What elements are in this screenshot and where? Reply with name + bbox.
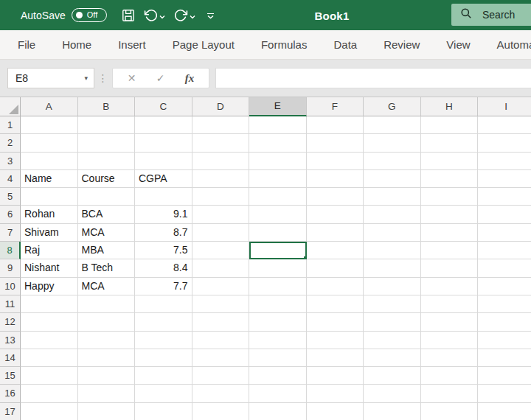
cell-E10[interactable] xyxy=(249,278,307,295)
cell-B7[interactable]: MCA xyxy=(78,224,136,242)
cell-G2[interactable] xyxy=(364,134,421,152)
cell-A11[interactable] xyxy=(21,295,78,313)
cell-C3[interactable] xyxy=(135,153,192,170)
cell-H17[interactable] xyxy=(421,403,479,420)
row-header-15[interactable]: 15 xyxy=(0,367,21,385)
cell-B9[interactable]: B Tech xyxy=(78,259,136,277)
cell-F15[interactable] xyxy=(307,367,364,385)
row-header-5[interactable]: 5 xyxy=(0,188,21,206)
cell-F10[interactable] xyxy=(307,278,364,295)
cell-H8[interactable] xyxy=(421,242,479,259)
cell-F9[interactable] xyxy=(307,259,364,277)
cell-F6[interactable] xyxy=(307,206,364,223)
row-header-4[interactable]: 4 xyxy=(0,170,21,188)
cell-D16[interactable] xyxy=(192,385,250,402)
cell-H16[interactable] xyxy=(421,385,479,402)
column-header-A[interactable]: A xyxy=(21,97,78,116)
row-header-17[interactable]: 17 xyxy=(0,403,21,420)
cell-G9[interactable] xyxy=(364,259,421,277)
cell-I4[interactable] xyxy=(478,170,531,188)
cell-C1[interactable] xyxy=(135,116,192,134)
cell-E2[interactable] xyxy=(249,134,307,152)
cell-C4[interactable]: CGPA xyxy=(135,170,192,188)
cell-F5[interactable] xyxy=(307,188,364,206)
cell-D8[interactable] xyxy=(192,242,250,259)
cell-B13[interactable] xyxy=(78,332,136,349)
cell-F16[interactable] xyxy=(307,385,364,402)
select-all-button[interactable] xyxy=(0,97,21,116)
row-header-6[interactable]: 6 xyxy=(0,206,21,223)
cell-E9[interactable] xyxy=(249,259,307,277)
row-header-11[interactable]: 11 xyxy=(0,295,21,313)
cell-G10[interactable] xyxy=(364,278,421,295)
name-box-dropdown-icon[interactable]: ▾ xyxy=(84,74,88,82)
column-header-D[interactable]: D xyxy=(192,97,250,116)
undo-dropdown-icon[interactable] xyxy=(159,15,165,19)
cell-E17[interactable] xyxy=(249,403,307,420)
cell-E1[interactable] xyxy=(249,116,307,134)
cell-B1[interactable] xyxy=(78,116,136,134)
search-box[interactable]: Search xyxy=(451,4,531,26)
row-header-10[interactable]: 10 xyxy=(0,278,21,295)
cell-C7[interactable]: 8.7 xyxy=(135,224,192,242)
cell-I8[interactable] xyxy=(478,242,531,259)
cell-G17[interactable] xyxy=(364,403,421,420)
cell-H9[interactable] xyxy=(421,259,479,277)
tab-automate[interactable]: Automate xyxy=(484,30,531,59)
cell-G11[interactable] xyxy=(364,295,421,313)
cell-A14[interactable] xyxy=(21,349,78,367)
cell-G8[interactable] xyxy=(364,242,421,259)
cell-C17[interactable] xyxy=(135,403,192,420)
cell-A10[interactable]: Happy xyxy=(21,278,78,295)
cell-G4[interactable] xyxy=(364,170,421,188)
cell-D13[interactable] xyxy=(192,332,250,349)
cell-C8[interactable]: 7.5 xyxy=(135,242,192,259)
cell-E6[interactable] xyxy=(249,206,307,223)
cell-H15[interactable] xyxy=(421,367,479,385)
cell-E15[interactable] xyxy=(249,367,307,385)
cell-E13[interactable] xyxy=(249,332,307,349)
cell-D9[interactable] xyxy=(192,259,250,277)
cell-G5[interactable] xyxy=(364,188,421,206)
undo-button[interactable] xyxy=(141,6,168,24)
cell-B8[interactable]: MBA xyxy=(78,242,136,259)
cell-C9[interactable]: 8.4 xyxy=(135,259,192,277)
cell-A13[interactable] xyxy=(21,332,78,349)
row-header-14[interactable]: 14 xyxy=(0,349,21,367)
cell-F7[interactable] xyxy=(307,224,364,242)
cell-E14[interactable] xyxy=(249,349,307,367)
column-header-G[interactable]: G xyxy=(364,97,421,116)
cell-A8[interactable]: Raj xyxy=(21,242,78,259)
cell-D1[interactable] xyxy=(192,116,250,134)
cell-I13[interactable] xyxy=(478,332,531,349)
cell-D4[interactable] xyxy=(192,170,250,188)
cell-B12[interactable] xyxy=(78,313,136,331)
cell-C11[interactable] xyxy=(135,295,192,313)
cell-B6[interactable]: BCA xyxy=(78,206,136,223)
cell-C10[interactable]: 7.7 xyxy=(135,278,192,295)
cell-F14[interactable] xyxy=(307,349,364,367)
cell-C6[interactable]: 9.1 xyxy=(135,206,192,223)
cell-F11[interactable] xyxy=(307,295,364,313)
cell-D11[interactable] xyxy=(192,295,250,313)
cell-A16[interactable] xyxy=(21,385,78,402)
tab-file[interactable]: File xyxy=(4,30,49,59)
cell-I3[interactable] xyxy=(478,153,531,170)
cell-B4[interactable]: Course xyxy=(78,170,136,188)
cell-E11[interactable] xyxy=(249,295,307,313)
cell-A1[interactable] xyxy=(21,116,78,134)
cell-F2[interactable] xyxy=(307,134,364,152)
cell-F3[interactable] xyxy=(307,153,364,170)
cell-H6[interactable] xyxy=(421,206,479,223)
cell-A9[interactable]: Nishant xyxy=(21,259,78,277)
formula-input[interactable] xyxy=(215,68,531,88)
cell-G6[interactable] xyxy=(364,206,421,223)
cell-F17[interactable] xyxy=(307,403,364,420)
insert-function-icon[interactable]: fx xyxy=(185,72,195,85)
cell-B5[interactable] xyxy=(78,188,136,206)
cell-B2[interactable] xyxy=(78,134,136,152)
cell-A12[interactable] xyxy=(21,313,78,331)
cell-A7[interactable]: Shivam xyxy=(21,224,78,242)
cell-F12[interactable] xyxy=(307,313,364,331)
cell-C12[interactable] xyxy=(135,313,192,331)
